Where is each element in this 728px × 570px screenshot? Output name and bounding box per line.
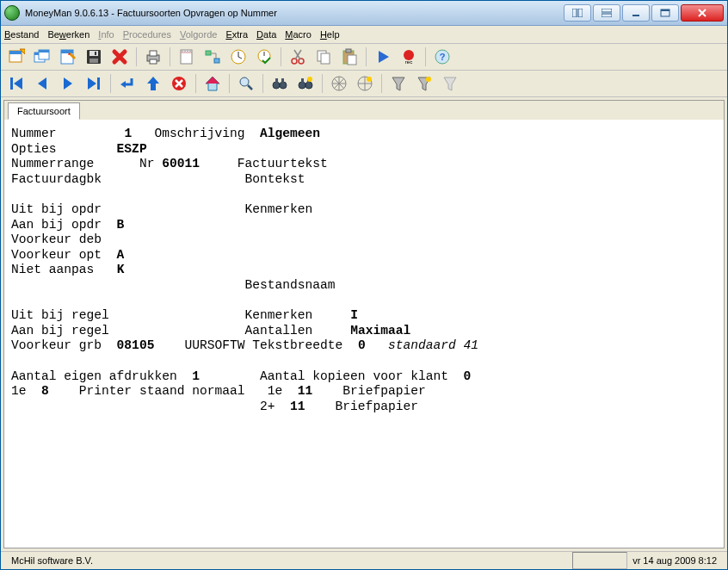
svg-rect-47 (346, 49, 351, 53)
status-spacer (572, 552, 627, 569)
svg-rect-2 (602, 9, 612, 12)
svg-rect-3 (602, 14, 612, 17)
svg-rect-48 (348, 55, 356, 65)
svg-point-77 (307, 77, 312, 82)
svg-marker-58 (88, 77, 96, 90)
svg-rect-59 (97, 77, 100, 90)
menu-bewerken[interactable]: Bewerken (47, 29, 89, 40)
menu-procedures: Procedures (123, 29, 171, 40)
menu-volgorde: Volgorde (180, 29, 217, 40)
svg-rect-33 (206, 51, 211, 55)
menu-macro[interactable]: Macro (285, 29, 312, 40)
svg-point-41 (299, 59, 304, 64)
funnel-clear-icon[interactable] (438, 71, 462, 96)
svg-rect-1 (578, 9, 583, 17)
svg-point-29 (182, 51, 182, 52)
svg-line-68 (248, 85, 252, 90)
record-icon[interactable]: rec (397, 45, 421, 69)
menu-help[interactable]: Help (320, 29, 340, 40)
status-company: McHil software B.V. (6, 553, 98, 568)
svg-line-42 (295, 50, 301, 59)
svg-text:?: ? (440, 52, 446, 62)
delete-icon[interactable] (108, 45, 132, 69)
title-bar: MoneyMan 9.0.6.13 - Factuursoorten Opvra… (1, 1, 727, 26)
status-datetime: vr 14 aug 2009 8:12 (627, 553, 722, 568)
help-icon[interactable]: ? (430, 45, 454, 69)
next-icon[interactable] (56, 71, 80, 96)
minimize-button[interactable] (622, 4, 650, 22)
tile-vert-button[interactable] (564, 4, 591, 22)
svg-rect-71 (275, 78, 278, 84)
svg-marker-55 (14, 77, 22, 90)
svg-marker-61 (147, 77, 159, 90)
svg-rect-15 (39, 50, 49, 53)
svg-rect-21 (89, 51, 98, 56)
content-frame: Factuursoort Nummer 1 Omschrijving Algem… (3, 100, 725, 548)
cancel-icon[interactable] (167, 71, 191, 96)
binoculars-icon[interactable] (268, 71, 292, 96)
prev-icon[interactable] (30, 71, 54, 96)
return-icon[interactable] (115, 71, 139, 96)
binoculars-highlight-icon[interactable] (293, 71, 318, 96)
svg-point-89 (426, 77, 431, 82)
svg-marker-87 (392, 77, 404, 90)
tab-factuursoort[interactable]: Factuursoort (8, 102, 80, 120)
play-icon[interactable] (371, 45, 395, 69)
svg-rect-72 (281, 78, 284, 84)
svg-point-67 (240, 77, 249, 86)
print-icon[interactable] (141, 45, 165, 69)
clock-icon[interactable] (226, 45, 250, 69)
svg-rect-34 (214, 59, 219, 63)
cut-icon[interactable] (286, 45, 310, 69)
svg-text:rec: rec (405, 59, 412, 65)
menu-info: Info (98, 29, 114, 40)
tile-horiz-button[interactable] (593, 4, 620, 22)
svg-marker-66 (206, 77, 219, 84)
maximize-button[interactable] (651, 4, 679, 22)
app-window: MoneyMan 9.0.6.13 - Factuursoorten Opvra… (0, 0, 728, 570)
menu-bestand[interactable]: Bestand (4, 29, 39, 40)
svg-rect-45 (321, 53, 330, 64)
up-icon[interactable] (141, 71, 165, 96)
new-window-icon[interactable] (4, 45, 28, 69)
flow-icon[interactable] (201, 45, 225, 69)
last-icon[interactable] (82, 71, 106, 96)
svg-rect-17 (61, 50, 73, 53)
first-icon[interactable] (4, 71, 28, 96)
close-button[interactable] (681, 4, 724, 22)
zoom-icon[interactable] (234, 71, 258, 96)
tab-panel: Nummer 1 Omschrijving Algemeen Opties ES… (4, 119, 724, 548)
svg-point-32 (189, 51, 190, 52)
svg-point-86 (367, 77, 372, 82)
open-window-icon[interactable] (30, 45, 54, 69)
app-icon (4, 5, 20, 21)
paste-icon[interactable] (337, 45, 361, 69)
svg-rect-10 (9, 51, 22, 54)
check-clock-icon[interactable] (252, 45, 276, 69)
svg-rect-54 (10, 77, 13, 90)
svg-point-30 (184, 51, 185, 52)
web-icon[interactable] (327, 71, 351, 96)
menu-data[interactable]: Data (256, 29, 276, 40)
notes-icon[interactable] (175, 45, 199, 69)
window-title: MoneyMan 9.0.6.13 - Factuursoorten Opvra… (25, 8, 277, 18)
svg-point-31 (187, 51, 188, 52)
svg-point-40 (292, 59, 297, 64)
toolbar-primary: rec ? (1, 44, 727, 71)
home-icon[interactable] (201, 71, 225, 96)
web-highlight-icon[interactable] (353, 71, 377, 96)
detail-body: Nummer 1 Omschrijving Algemeen Opties ES… (4, 120, 724, 421)
copy-icon[interactable] (312, 45, 336, 69)
svg-marker-56 (38, 77, 46, 90)
svg-line-43 (294, 50, 300, 59)
toolbar-navigation (1, 71, 727, 97)
svg-rect-23 (95, 52, 96, 55)
svg-rect-27 (181, 50, 192, 64)
funnel-highlight-icon[interactable] (412, 71, 436, 96)
svg-rect-26 (150, 59, 157, 64)
edit-icon[interactable] (56, 45, 80, 69)
svg-rect-75 (301, 78, 304, 84)
save-icon[interactable] (82, 45, 106, 69)
funnel-icon[interactable] (386, 71, 410, 96)
menu-extra[interactable]: Extra (225, 29, 248, 40)
